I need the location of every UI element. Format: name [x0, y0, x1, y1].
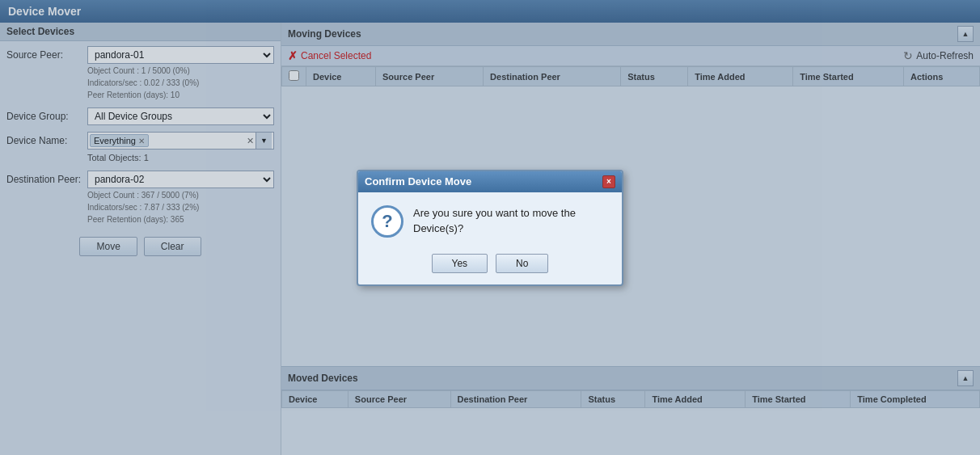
confirm-dialog: Confirm Device Move × ? Are you sure you…: [357, 170, 623, 286]
dialog-overlay: Confirm Device Move × ? Are you sure you…: [0, 0, 980, 455]
dialog-message: Are you sure you want to move the Device…: [413, 206, 609, 235]
dialog-no-button[interactable]: No: [496, 254, 548, 273]
dialog-buttons: Yes No: [358, 247, 622, 284]
dialog-title: Confirm Device Move: [365, 175, 471, 187]
dialog-close-button[interactable]: ×: [602, 175, 615, 188]
question-icon: ?: [371, 205, 403, 238]
dialog-yes-button[interactable]: Yes: [432, 254, 488, 273]
dialog-body: ? Are you sure you want to move the Devi…: [358, 192, 622, 247]
dialog-titlebar: Confirm Device Move ×: [358, 171, 622, 192]
